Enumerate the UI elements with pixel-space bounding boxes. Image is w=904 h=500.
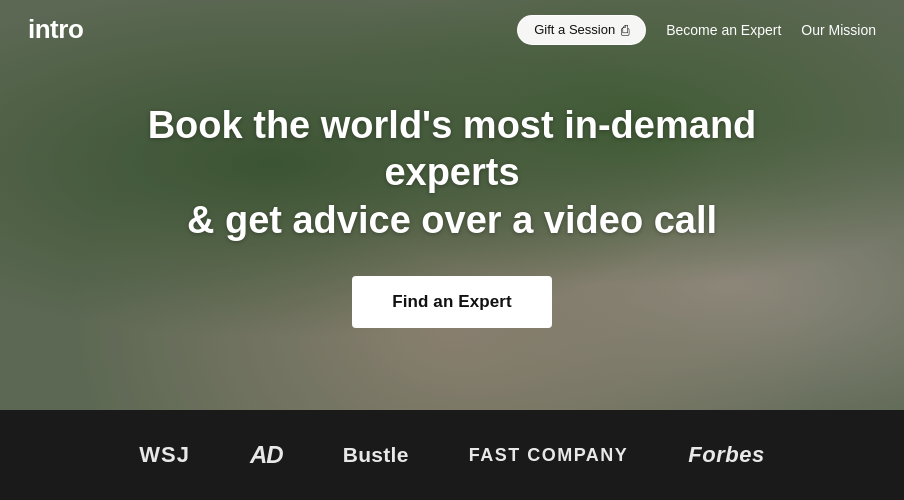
gift-session-button[interactable]: Gift a Session ⎙ [517,15,646,45]
hero-section: intro Gift a Session ⎙ Become an Expert … [0,0,904,410]
press-bar: WSJ AD Bustle FAST COMPANY Forbes [0,410,904,500]
hero-headline: Book the world's most in-demand experts … [112,102,792,245]
find-expert-button[interactable]: Find an Expert [352,276,551,328]
gift-icon: ⎙ [621,22,629,38]
become-expert-link[interactable]: Become an Expert [666,22,781,38]
logo[interactable]: intro [28,14,83,45]
press-logo-wsj: WSJ [139,442,190,468]
press-logo-ad: AD [250,441,283,469]
press-logo-bustle: Bustle [343,443,409,467]
navbar: intro Gift a Session ⎙ Become an Expert … [0,0,904,59]
gift-button-label: Gift a Session [534,22,615,37]
our-mission-link[interactable]: Our Mission [801,22,876,38]
hero-content: Book the world's most in-demand experts … [0,0,904,410]
press-logo-fastcompany: FAST COMPANY [469,445,629,466]
nav-right: Gift a Session ⎙ Become an Expert Our Mi… [517,15,876,45]
press-logo-forbes: Forbes [688,442,764,468]
